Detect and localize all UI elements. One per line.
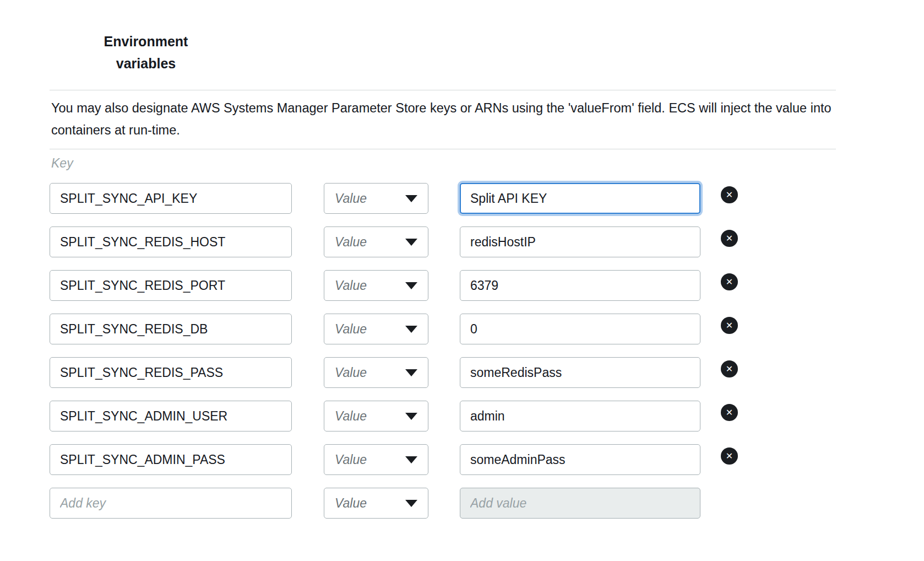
- type-dropdown-label: Value: [335, 409, 367, 424]
- type-dropdown[interactable]: Value: [324, 444, 428, 475]
- type-dropdown-label: Value: [335, 278, 367, 293]
- env-row: Value ✕: [50, 444, 836, 475]
- remove-icon: ✕: [726, 404, 733, 421]
- env-row: Value ✕: [50, 226, 836, 257]
- add-value-input[interactable]: [460, 488, 700, 519]
- env-key-input[interactable]: [50, 270, 292, 301]
- env-value-input[interactable]: [460, 183, 700, 214]
- remove-icon: ✕: [726, 360, 733, 377]
- remove-row-button[interactable]: ✕: [721, 317, 738, 334]
- env-key-input[interactable]: [50, 183, 292, 214]
- type-dropdown[interactable]: Value: [324, 314, 428, 344]
- remove-row-button[interactable]: ✕: [721, 230, 738, 247]
- env-row: Value ✕: [50, 357, 836, 388]
- key-column-label: Key: [50, 149, 836, 171]
- type-dropdown-label: Value: [335, 235, 367, 250]
- section-title: Environment variables: [101, 30, 191, 74]
- type-dropdown-label: Value: [335, 365, 367, 380]
- env-key-input[interactable]: [50, 357, 292, 388]
- env-rows: Value ✕ Value ✕ Value ✕ Value ✕: [50, 183, 836, 475]
- env-key-input[interactable]: [50, 444, 292, 475]
- chevron-down-icon: [405, 239, 417, 246]
- chevron-down-icon: [405, 369, 417, 376]
- add-key-input[interactable]: [50, 488, 292, 519]
- section-content: You may also designate AWS Systems Manag…: [50, 90, 836, 519]
- env-value-input[interactable]: [460, 357, 700, 388]
- env-key-input[interactable]: [50, 314, 292, 344]
- env-row: Value ✕: [50, 401, 836, 431]
- env-value-input[interactable]: [460, 401, 700, 431]
- type-dropdown-label: Value: [335, 496, 367, 511]
- env-value-input[interactable]: [460, 314, 700, 344]
- type-dropdown[interactable]: Value: [324, 183, 428, 214]
- chevron-down-icon: [405, 500, 417, 507]
- remove-icon: ✕: [726, 273, 733, 290]
- section-description: You may also designate AWS Systems Manag…: [50, 90, 836, 149]
- remove-row-button[interactable]: ✕: [721, 360, 738, 377]
- env-value-input[interactable]: [460, 270, 700, 301]
- type-dropdown-label: Value: [335, 452, 367, 467]
- type-dropdown[interactable]: Value: [324, 270, 428, 301]
- env-row: Value ✕: [50, 314, 836, 344]
- env-key-input[interactable]: [50, 401, 292, 431]
- remove-row-button[interactable]: ✕: [721, 404, 738, 421]
- type-dropdown[interactable]: Value: [324, 401, 428, 431]
- chevron-down-icon: [405, 326, 417, 333]
- remove-icon: ✕: [726, 230, 733, 247]
- env-key-input[interactable]: [50, 226, 292, 257]
- chevron-down-icon: [405, 195, 417, 202]
- chevron-down-icon: [405, 456, 417, 463]
- env-add-row: Value: [50, 488, 836, 519]
- remove-row-button[interactable]: ✕: [721, 273, 738, 290]
- chevron-down-icon: [405, 413, 417, 420]
- section-title-line1: Environment: [101, 30, 191, 52]
- environment-variables-section: Environment variables You may also desig…: [0, 30, 924, 561]
- type-dropdown-label: Value: [335, 322, 367, 337]
- section-title-line2: variables: [101, 52, 191, 74]
- env-value-input[interactable]: [460, 444, 700, 475]
- type-dropdown[interactable]: Value: [324, 488, 428, 519]
- type-dropdown[interactable]: Value: [324, 226, 428, 257]
- chevron-down-icon: [405, 282, 417, 289]
- remove-row-button[interactable]: ✕: [721, 186, 738, 203]
- remove-icon: ✕: [726, 186, 733, 203]
- env-row: Value ✕: [50, 183, 836, 214]
- env-row: Value ✕: [50, 270, 836, 301]
- remove-icon: ✕: [726, 447, 733, 465]
- type-dropdown-label: Value: [335, 191, 367, 206]
- type-dropdown[interactable]: Value: [324, 357, 428, 388]
- remove-row-button[interactable]: ✕: [721, 447, 738, 465]
- env-value-input[interactable]: [460, 226, 700, 257]
- remove-icon: ✕: [726, 317, 733, 334]
